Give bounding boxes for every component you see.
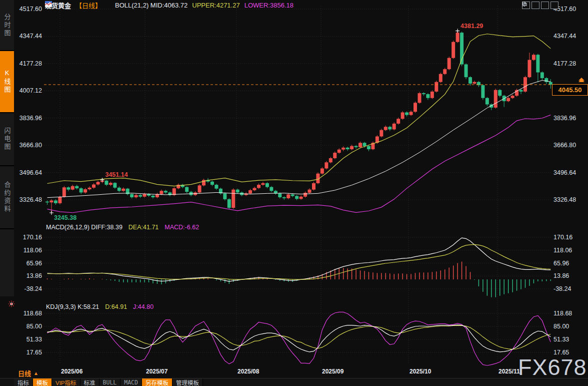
x-axis-label: 2025/06	[61, 368, 82, 375]
y-axis-label: 118.68	[0, 310, 42, 317]
save-template-button[interactable]: 另存模板	[142, 378, 172, 386]
macd-label: MACD(26,12,9) DIFF:38.39	[46, 224, 122, 231]
bottom-toolbar: 指标模板VIP指标标准BULLMACD另存模板管理模板	[0, 378, 588, 386]
price-annotation: 4381.29	[460, 23, 483, 30]
period-up-arrow-icon: ▲	[34, 370, 38, 376]
x-axis-label: 2025/09	[322, 368, 344, 375]
y-axis-label: 51.33	[0, 336, 42, 343]
x-axis-label: 2025/07	[146, 368, 168, 375]
macd-macd-label: MACD:-6.62	[164, 224, 199, 231]
boll-upper-readout: UPPER:4271.27	[192, 2, 240, 9]
price-annotation: 3245.38	[54, 214, 76, 221]
watermark: FX678	[518, 354, 587, 380]
y-axis-label: 85.00	[554, 323, 588, 330]
sidebar-tab-time-chart[interactable]: 分时图	[0, 1, 14, 51]
y-axis-label: 3836.96	[554, 115, 588, 122]
period-label: 日线	[18, 368, 31, 378]
standard-button[interactable]: 标准	[80, 378, 100, 386]
trading-app: 现货黄金 【日线】 BOLL(21,2) MID:4063.72 UPPER:4…	[0, 0, 588, 386]
y-axis-label: 3326.48	[554, 196, 588, 203]
y-axis-label: 4177.28	[554, 60, 588, 67]
y-axis-label: 17.65	[0, 349, 42, 356]
y-axis-label: 51.33	[554, 336, 588, 343]
kdj-readout-row: KDJ(9,3,3) K:58.21 D:64.91 J:44.80	[46, 303, 154, 310]
manage-template-button[interactable]: 管理模板	[172, 378, 203, 386]
indicator-button[interactable]: 指标	[14, 378, 33, 386]
kdj-d-label: D:64.91	[105, 303, 127, 310]
y-axis-label: 13.86	[554, 272, 588, 279]
sidebar-tab-kline[interactable]: K线图	[0, 51, 14, 113]
chart-toolbar-icons	[522, 2, 558, 9]
macd-readout-row: MACD(26,12,9) DIFF:38.39 DEA:41.71 MACD:…	[46, 224, 199, 231]
y-axis-label: 4517.60	[554, 6, 588, 13]
boll-mid-readout: BOLL(21,2) MID:4063.72	[115, 2, 188, 9]
period-tag[interactable]: 【日线】	[76, 1, 102, 10]
y-axis-label: -38.24	[554, 285, 588, 292]
price-annotation: 3451.14	[105, 171, 128, 178]
x-axis-label: 2025/10	[410, 368, 431, 375]
chart-header: 现货黄金 【日线】 BOLL(21,2) MID:4063.72 UPPER:4…	[45, 1, 294, 10]
left-sidebar: 分时图K线图闪电图合约资料	[0, 0, 14, 296]
axis-compress-right-icon[interactable]	[541, 2, 549, 9]
y-axis-label: 118.68	[554, 310, 588, 317]
y-axis-label: 4347.44	[554, 33, 588, 40]
vip-indicator-button[interactable]: VIP指标	[52, 378, 80, 386]
kdj-j-label: J:44.80	[133, 303, 154, 310]
bull-button[interactable]: BULL	[100, 378, 121, 386]
last-price-tag: 4045.50	[552, 84, 588, 96]
sidebar-tab-flash-chart[interactable]: 闪电图	[0, 113, 14, 166]
kdj-k-label: KDJ(9,3,3) K:58.21	[46, 303, 99, 310]
axis-compress-left-icon[interactable]	[532, 2, 540, 9]
y-axis-label: 3666.80	[554, 142, 588, 149]
y-axis-label: 65.96	[554, 260, 588, 267]
macd-button[interactable]: MACD	[120, 378, 142, 386]
macd-dea-label: DEA:41.71	[128, 224, 158, 231]
y-axis-label: 85.00	[0, 323, 42, 330]
x-axis-label: 2025/08	[238, 368, 259, 375]
y-axis-label: 170.16	[554, 234, 588, 241]
x-axis-label: 2025/11	[498, 368, 520, 375]
shift-right-icon[interactable]	[550, 2, 558, 9]
y-axis-label: 3496.64	[554, 169, 588, 176]
sidebar-tab-contract-info[interactable]: 合约资料	[0, 166, 14, 229]
chart-canvas[interactable]	[0, 0, 588, 386]
boll-lower-readout: LOWER:3856.18	[244, 2, 294, 9]
period-selector[interactable]: 日线 ▲	[18, 368, 38, 378]
y-axis-label: 118.06	[554, 247, 588, 254]
template-button[interactable]: 模板	[33, 378, 52, 386]
